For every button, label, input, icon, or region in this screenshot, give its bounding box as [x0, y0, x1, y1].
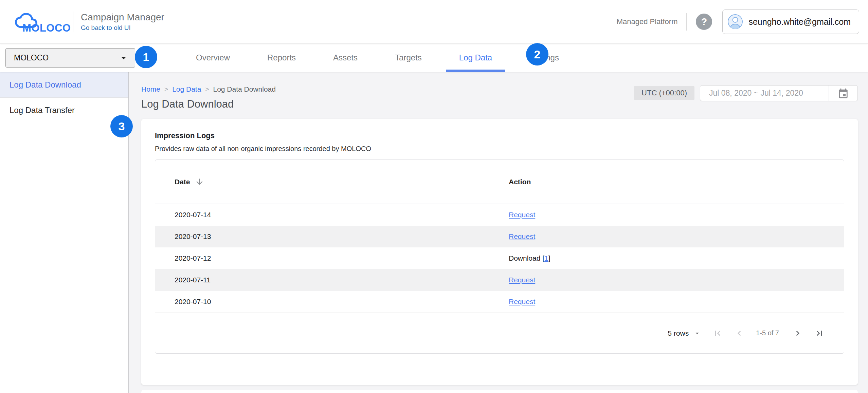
last-page-button[interactable] — [814, 328, 825, 338]
date-range-picker[interactable]: Jul 08, 2020 ~ Jul 14, 2020 — [700, 85, 858, 101]
action-cell: Request — [489, 276, 844, 284]
app-title: Campaign Manager — [81, 12, 164, 23]
action-cell: Request — [489, 232, 844, 241]
date-cell: 2020-07-14 — [155, 211, 489, 219]
breadcrumb-home[interactable]: Home — [141, 85, 160, 93]
timezone-badge[interactable]: UTC (+00:00) — [634, 86, 694, 100]
toolbar: UTC (+00:00) Jul 08, 2020 ~ Jul 14, 2020 — [634, 85, 858, 101]
go-back-old-ui-link[interactable]: Go back to old UI — [81, 24, 164, 32]
date-range-value: Jul 08, 2020 ~ Jul 14, 2020 — [700, 86, 829, 101]
card-title: Impression Logs — [155, 131, 844, 140]
request-link[interactable]: Request — [509, 276, 535, 284]
table-row: 2020-07-14Request — [155, 204, 844, 226]
column-header-action: Action — [489, 178, 844, 186]
main-content: Home>Log Data>Log Data Download Log Data… — [129, 72, 868, 393]
sort-descending-icon[interactable] — [195, 177, 204, 186]
next-card-partial — [141, 390, 858, 393]
breadcrumb-separator: > — [205, 86, 209, 93]
column-header-date[interactable]: Date — [155, 177, 489, 186]
sidebar-item-log-data-download[interactable]: Log Data Download — [0, 72, 128, 98]
account-selector-value: MOLOCO — [14, 53, 49, 62]
request-link[interactable]: Request — [509, 232, 535, 240]
impression-logs-card: Impression Logs Provides raw data of all… — [141, 119, 858, 385]
user-menu-button[interactable]: seungho.white@gmail.com — [722, 10, 859, 34]
breadcrumb: Home>Log Data>Log Data Download — [141, 85, 276, 93]
header-divider — [686, 13, 687, 31]
request-link[interactable]: Request — [509, 211, 535, 219]
logs-table: Date Action 2020-07-14Request2020-07-13R… — [155, 160, 844, 354]
table-header-row: Date Action — [155, 160, 844, 204]
table-row: 2020-07-12Download [1] — [155, 247, 844, 269]
sidebar: Log Data DownloadLog Data Transfer — [0, 72, 129, 393]
user-avatar-icon — [727, 14, 743, 30]
moloco-logo[interactable]: MOLOCO — [9, 7, 69, 36]
primary-navbar: MOLOCO OverviewReportsAssetsTargetsLog D… — [0, 43, 868, 72]
table-pagination: 5 rows 1-5 of 7 — [155, 313, 844, 353]
user-email: seungho.white@gmail.com — [748, 17, 851, 27]
tab-targets[interactable]: Targets — [376, 43, 440, 72]
date-cell: 2020-07-13 — [155, 232, 489, 241]
rows-per-page-selector[interactable]: 5 rows — [668, 329, 701, 337]
download-label-suffix: ] — [548, 254, 550, 262]
app-title-block: Campaign Manager Go back to old UI — [81, 12, 164, 31]
date-cell: 2020-07-10 — [155, 298, 489, 306]
chevron-down-icon — [119, 53, 129, 63]
annotation-badge-3: 3 — [110, 115, 133, 137]
table-row: 2020-07-11Request — [155, 269, 844, 291]
breadcrumb-log-data-download: Log Data Download — [213, 85, 275, 93]
heading-block: Home>Log Data>Log Data Download Log Data… — [141, 85, 276, 110]
app-header: MOLOCO Campaign Manager Go back to old U… — [0, 0, 868, 43]
managed-platform-label: Managed Platform — [617, 17, 678, 26]
annotation-badge-1: 1 — [135, 46, 157, 68]
next-page-button[interactable] — [793, 328, 803, 338]
pagination-range: 1-5 of 7 — [756, 329, 779, 337]
previous-page-button[interactable] — [734, 328, 744, 338]
action-cell: Download [1] — [489, 254, 844, 262]
download-label: Download [ — [509, 254, 544, 262]
tab-reports[interactable]: Reports — [249, 43, 314, 72]
sidebar-item-log-data-transfer[interactable]: Log Data Transfer — [0, 98, 128, 123]
calendar-icon — [837, 88, 849, 99]
header-divider — [73, 12, 73, 32]
nav-tabs: OverviewReportsAssetsTargetsLog DataSett… — [177, 43, 578, 72]
download-file-link[interactable]: 1 — [544, 254, 548, 262]
table-rows: 2020-07-14Request2020-07-13Request2020-0… — [155, 204, 844, 313]
date-cell: 2020-07-12 — [155, 254, 489, 262]
breadcrumb-separator: > — [164, 86, 168, 93]
calendar-button[interactable] — [829, 86, 857, 101]
date-cell: 2020-07-11 — [155, 276, 489, 284]
card-description: Provides raw data of all non-organic imp… — [155, 145, 844, 153]
account-selector-dropdown[interactable]: MOLOCO — [5, 48, 135, 68]
tab-log-data[interactable]: Log Data — [440, 43, 511, 72]
tab-assets[interactable]: Assets — [314, 43, 376, 72]
tab-overview[interactable]: Overview — [177, 43, 249, 72]
table-row: 2020-07-13Request — [155, 226, 844, 247]
help-icon[interactable]: ? — [696, 14, 712, 30]
brand-wordmark: MOLOCO — [22, 22, 71, 34]
request-link[interactable]: Request — [509, 298, 535, 305]
table-row: 2020-07-10Request — [155, 291, 844, 313]
first-page-button[interactable] — [712, 328, 723, 338]
page-title: Log Data Download — [141, 98, 276, 110]
action-cell: Request — [489, 211, 844, 219]
breadcrumb-log-data[interactable]: Log Data — [172, 85, 201, 93]
chevron-down-icon — [693, 330, 701, 337]
annotation-badge-2: 2 — [526, 43, 548, 66]
action-cell: Request — [489, 298, 844, 306]
